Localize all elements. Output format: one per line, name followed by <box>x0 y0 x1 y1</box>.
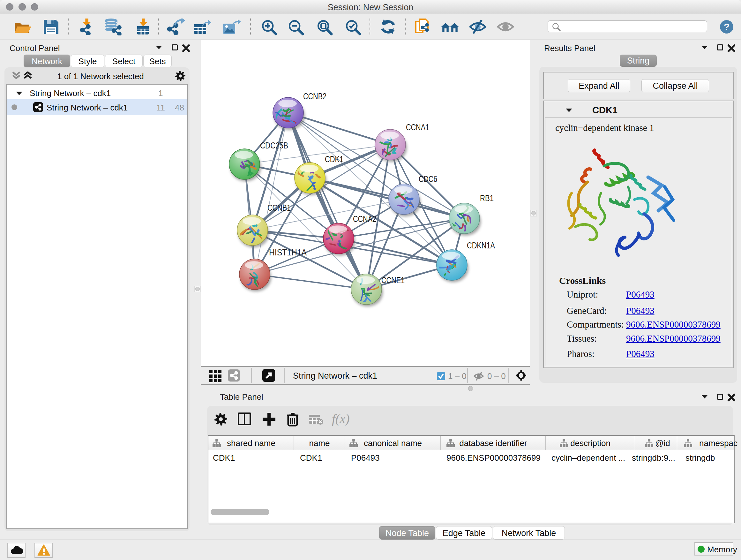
svg-text:CCNB1: CCNB1 <box>267 203 291 212</box>
svg-text:CDK1: CDK1 <box>325 154 343 164</box>
svg-text:CDKN1A: CDKN1A <box>467 240 495 250</box>
svg-text:RB1: RB1 <box>480 193 494 203</box>
svg-text:CDC6: CDC6 <box>419 174 437 184</box>
svg-text:CDC25B: CDC25B <box>260 140 288 150</box>
svg-text:CCNB2: CCNB2 <box>303 91 327 101</box>
svg-text:HIST1H1A: HIST1H1A <box>269 247 307 257</box>
svg-text:CCNE1: CCNE1 <box>381 275 405 285</box>
svg-text:CCNA1: CCNA1 <box>406 122 429 132</box>
svg-text:CCNA2: CCNA2 <box>353 214 376 224</box>
